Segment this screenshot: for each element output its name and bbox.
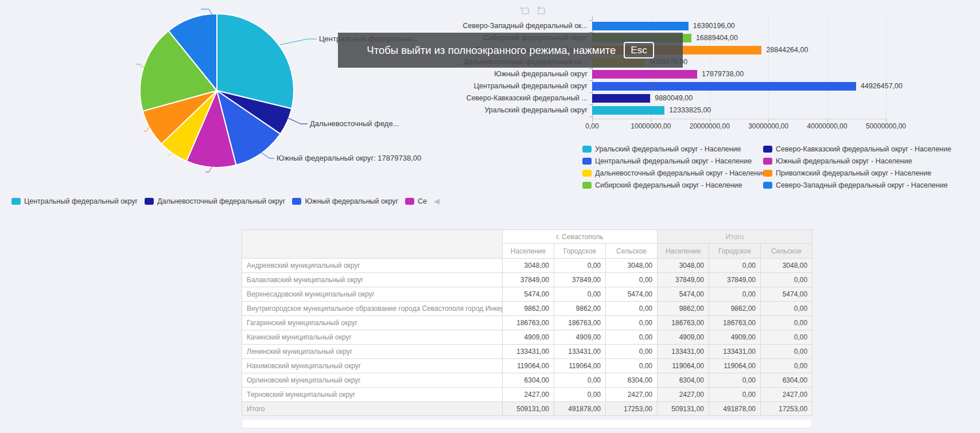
legend-label: Дальневосточный федеральный округ (157, 197, 285, 205)
legend-label: Центральный федеральный округ (24, 197, 138, 205)
table-cell: 2427,00 (606, 388, 658, 402)
table-cell: 37849,00 (658, 273, 709, 287)
table-cell: 3048,00 (761, 259, 812, 273)
table-column-header: Городское (554, 244, 606, 259)
table-row-label: Гагаринский муниципальный округ (242, 316, 503, 330)
undo-selection-icon[interactable] (535, 5, 547, 17)
legend-swatch (763, 182, 772, 189)
bar-legend-item: Дальневосточный федеральный округ - Насе… (582, 167, 766, 179)
table-cell: 0,00 (761, 302, 812, 316)
table-cell: 6304,00 (761, 373, 812, 388)
table-cell: 9862,00 (709, 302, 761, 316)
table-row: Балаклавский муниципальный округ37849,00… (242, 273, 812, 287)
table-row: Внутригородское муниципальное образовани… (242, 302, 812, 316)
table-cell: 119064,00 (709, 359, 761, 373)
table-cell: 0,00 (709, 388, 761, 402)
x-axis-tick-label: 10000000,00 (619, 122, 682, 130)
gridline (827, 16, 828, 119)
legend-swatch (763, 158, 772, 165)
pie-legend-item: Се (405, 197, 427, 205)
table-column-header: Сельское (761, 244, 812, 259)
table-row: Нахимовский муниципальный округ119064,00… (242, 359, 812, 373)
table-cell: 0,00 (606, 359, 658, 373)
bar-legend-item: Сибирский федеральный округ - Население (582, 179, 766, 191)
table-cell: 9862,00 (658, 302, 709, 316)
table-cell: 4909,00 (658, 330, 709, 345)
legend-swatch (582, 182, 592, 189)
table-cell: 5474,00 (606, 287, 658, 302)
legend-label: Приволжский федеральный округ - Населени… (776, 169, 931, 177)
category-axis-tick (589, 68, 592, 69)
esc-key-hint: Esc (624, 42, 654, 58)
x-axis-tick-label: 40000000,00 (796, 122, 859, 130)
table-cell: 0,00 (709, 287, 761, 302)
legend-swatch (11, 198, 21, 205)
value-axis-line (592, 119, 886, 119)
fullscreen-toast: Чтобы выйти из полноэкранного режима, на… (338, 33, 683, 68)
x-axis-tick-label: 0,00 (561, 122, 624, 130)
legend-prev-page-icon[interactable]: ◀ (434, 197, 440, 205)
table-cell: 0,00 (761, 345, 812, 359)
bar-value-label: 12333825,00 (669, 106, 711, 115)
table-cell: 0,00 (606, 316, 658, 330)
gridline (886, 16, 886, 119)
legend-label: Уральский федеральный округ - Население (595, 145, 741, 153)
table-row: Терновский муниципальный округ2427,000,0… (242, 388, 812, 402)
table-cell: 0,00 (761, 359, 812, 373)
bar-4[interactable] (592, 70, 697, 79)
table-cell: 0,00 (761, 316, 812, 330)
legend-pager: ◀1/3▶ (434, 197, 443, 205)
table-total-cell: 491878,00 (709, 402, 761, 416)
table-cell: 2427,00 (761, 388, 812, 402)
table-cell: 6304,00 (658, 373, 709, 388)
table-cell: 6304,00 (503, 373, 554, 388)
category-axis-tick (589, 116, 592, 117)
table-column-header: Население (658, 244, 709, 259)
bar-category-label: Южный федеральный округ (435, 70, 588, 79)
table-row: Андреевский муниципальный округ3048,000,… (242, 259, 812, 273)
table-cell: 3048,00 (606, 259, 658, 273)
bar-6[interactable] (592, 94, 650, 103)
table-cell: 0,00 (606, 273, 658, 287)
table-cell: 186763,00 (554, 316, 606, 330)
table-group-header: Итого (658, 230, 812, 244)
legend-label: Южный федеральный округ - Население (776, 157, 912, 165)
bar-legend-item: Приволжский федеральный округ - Населени… (763, 167, 951, 179)
bar-legend-item: Северо-Кавказский федеральный округ - На… (763, 143, 951, 155)
table-cell: 5474,00 (761, 287, 812, 302)
table-row: Гагаринский муниципальный округ186763,00… (242, 316, 812, 330)
table-cell: 3048,00 (503, 259, 554, 273)
legend-label: Сибирский федеральный округ - Население (595, 181, 742, 189)
table-row-label: Внутригородское муниципальное образовани… (242, 302, 503, 316)
legend-label: Северо-Западный федеральный округ - Насе… (776, 181, 948, 189)
table-total-cell: 509131,00 (503, 402, 554, 416)
pie-legend-item: Южный федеральный округ (292, 197, 398, 205)
legend-label: Дальневосточный федеральный округ - Насе… (595, 169, 766, 177)
table-total-label: Итого (242, 402, 503, 416)
table-cell: 4909,00 (503, 330, 554, 345)
bar-0[interactable] (592, 22, 689, 30)
table-cell: 133431,00 (709, 345, 761, 359)
table-row-label: Андреевский муниципальный округ (242, 259, 503, 273)
bar-5[interactable] (592, 82, 856, 91)
table-cell: 119064,00 (503, 359, 554, 373)
table-cell: 2427,00 (658, 388, 709, 402)
legend-swatch (405, 198, 414, 205)
table-cell: 0,00 (554, 259, 606, 273)
legend-label: Северо-Кавказский федеральный округ - На… (776, 145, 951, 153)
bar-7[interactable] (592, 106, 664, 115)
table-row-label: Верхнесадовский муниципальный округ (242, 287, 503, 302)
legend-swatch (582, 170, 592, 177)
table-row-label: Терновский муниципальный округ (242, 388, 503, 402)
bar-value-label: 17879738,00 (702, 70, 744, 79)
table-row: Орлиновский муниципальный округ6304,000,… (242, 373, 812, 388)
bar-value-label: 28844264,00 (766, 46, 808, 54)
table-cell: 2427,00 (503, 388, 554, 402)
pie-legend-item: Дальневосточный федеральный округ (145, 197, 285, 205)
box-selection-icon[interactable] (519, 5, 531, 17)
table-row: Ленинский муниципальный округ133431,0013… (242, 345, 812, 359)
table-cell: 4909,00 (554, 330, 606, 345)
table-cell: 186763,00 (503, 316, 554, 330)
bar-category-label: Центральный федеральный округ (435, 82, 588, 91)
bar-value-label: 16889404,00 (696, 34, 738, 42)
